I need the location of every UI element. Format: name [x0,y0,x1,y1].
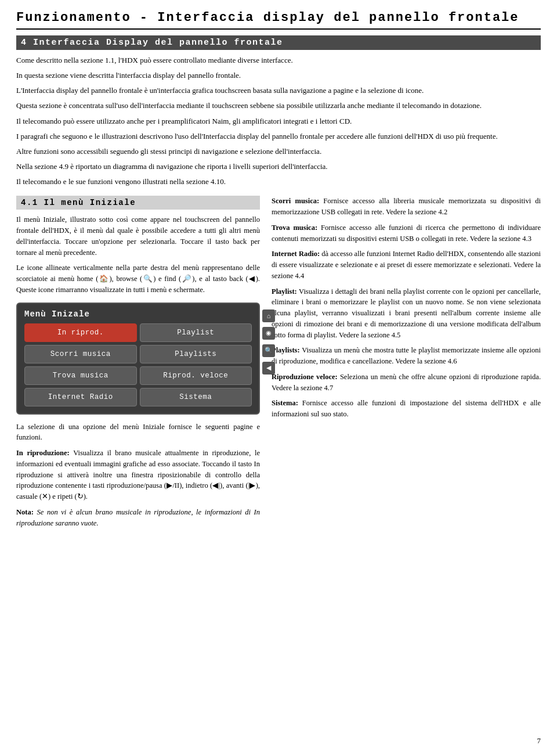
playlist-label: Playlist: [272,287,297,296]
internetradio-label: Internet Radio: [272,250,320,258]
menu-widget-title: Menù Inizale [24,309,252,319]
menu-btn-trovamusica[interactable]: Trova musica [24,366,137,385]
scorrimus-label: Scorri musica: [272,197,319,205]
riprodveloce-label: Riproduzione veloce: [272,373,338,381]
intro-text-7: Altre funzioni sono accessibili seguendo… [16,146,541,157]
sistema-label: Sistema: [272,399,298,407]
section-main-title: 4 Interfaccia Display del pannello front… [16,35,541,50]
intro-text-4: Questa sezione è concentrata sull'uso de… [16,100,541,111]
section-41-body2: Le icone allineate verticalmente nella p… [16,262,260,295]
menu-grid: In riprod. Playlist Scorri musica Playli… [24,323,252,406]
right-sistema: Sistema: Fornisce accesso alle funzioni … [272,398,541,420]
menu-btn-inriprod[interactable]: In riprod. [24,323,137,342]
playlists-label: Playlists: [272,346,300,354]
section-41-body1: Il menù Iniziale, illustrato sotto così … [16,214,260,258]
section-41-nota: Nota: Se non vi è alcun brano musicale i… [16,507,260,529]
menu-widget: Menù Inizale In riprod. Playlist Scorri … [16,303,260,415]
nota-text: Se non vi è alcun brano musicale in ripr… [16,508,260,527]
page-number: 7 [537,736,541,746]
right-playlists: Playlists: Visualizza un menù che mostra… [272,345,541,367]
back-icon[interactable]: ◀ [262,362,275,375]
playlists-text: Visualizza un menù che mostra tutte le p… [272,346,541,365]
page-title: Funzionamento - Interfaccia display del … [16,10,541,30]
right-column: Scorri musica: Fornisce accesso alla lib… [272,196,541,533]
intro-text-5: Il telecomando può essere utilizzato anc… [16,116,541,127]
right-scorrimus: Scorri musica: Fornisce accesso alla lib… [272,196,541,218]
intro-text-3: L'Interfaccia display del pannello front… [16,85,541,96]
intro-text-1: Come descritto nella sezione 1.1, l'HDX … [16,55,541,66]
menu-btn-playlists[interactable]: Playlists [140,345,252,363]
menu-sidebar-icons: ⌂ ◉ 🔍 ◀ [262,309,275,375]
left-column: 4.1 Il menù Iniziale Il menù Iniziale, i… [16,196,260,533]
right-internetradio: Internet Radio: dà accesso alle funzioni… [272,249,541,281]
intro-text-9: Il telecomando e le sue funzioni vengono… [16,176,541,188]
intro-text-2: In questa sezione viene descritta l'inte… [16,70,541,81]
inriprod-label: In riproduzione: [16,449,70,457]
intro-text-6: I paragrafi che seguono e le illustrazio… [16,131,541,142]
menu-btn-riprodveloce[interactable]: Riprod. veloce [140,366,252,385]
browse-icon[interactable]: ◉ [262,327,275,340]
section-41-body3: La selezione di una opzione del menù Ini… [16,422,260,444]
nota-label: Nota: [16,508,34,516]
playlist-text: Visualizza i dettagli dei brani nella pl… [272,287,541,339]
menu-btn-internetradio[interactable]: Internet Radio [24,388,137,406]
menu-btn-scorrimusica[interactable]: Scorri musica [24,345,137,363]
section-41-title: 4.1 Il menù Iniziale [16,196,260,210]
menu-btn-sistema[interactable]: Sistema [140,388,252,406]
section-41-inriprod: In riproduzione: Visualizza il brano mus… [16,448,260,502]
find-icon[interactable]: 🔍 [262,344,275,357]
trovamusica-label: Trova musica: [272,224,317,232]
right-riprodveloce: Riproduzione veloce: Seleziona un menù c… [272,372,541,394]
intro-text-8: Nella sezione 4.9 è riportato un diagram… [16,161,541,172]
right-playlist: Playlist: Visualizza i dettagli dei bran… [272,286,541,341]
home-icon[interactable]: ⌂ [262,309,275,322]
right-trovamusica: Trova musica: Fornisce accesso alle funz… [272,222,541,244]
menu-btn-playlist[interactable]: Playlist [140,323,252,342]
sistema-text: Fornisce accesso alle funzioni di impost… [272,399,541,418]
